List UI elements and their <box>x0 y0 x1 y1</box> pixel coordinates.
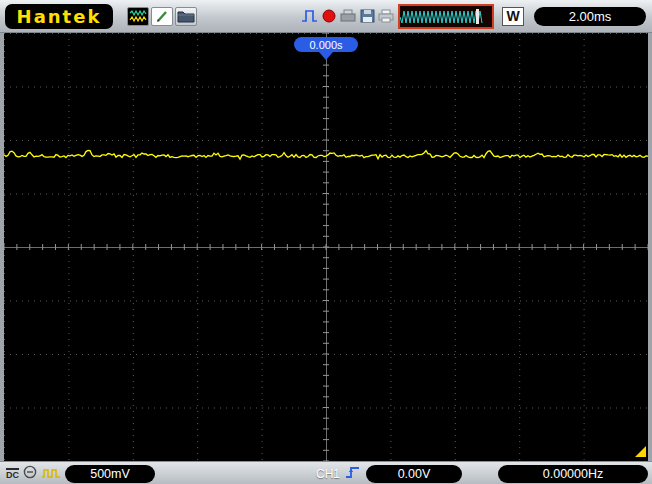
trigger-level-value: 0.00V <box>398 467 431 481</box>
edit-pencil-icon[interactable] <box>151 7 173 26</box>
trigger-position-label[interactable]: 0.000s <box>294 37 358 52</box>
dc-coupling-icon[interactable]: DC <box>6 468 19 480</box>
waveform-preview[interactable] <box>398 4 494 29</box>
rising-edge-icon[interactable] <box>345 465 361 484</box>
trigger-status-group: CH1 0.00V <box>316 465 462 484</box>
save-icon[interactable] <box>358 6 376 26</box>
window-button[interactable]: W <box>502 7 524 26</box>
timebase-value: 2.00ms <box>569 9 612 24</box>
trigger-source-label[interactable]: CH1 <box>316 467 340 481</box>
volts-per-div-display[interactable]: 500mV <box>65 465 155 483</box>
copy-icon[interactable] <box>339 6 357 26</box>
channel-status-group: DC 500mV <box>6 465 155 483</box>
trace-marker-icon <box>635 446 646 457</box>
open-file-icon[interactable] <box>175 7 197 26</box>
trigger-position-marker-icon[interactable] <box>319 52 333 60</box>
trigger-position-value: 0.000s <box>309 39 342 51</box>
toolbar-group-left <box>127 7 199 26</box>
timebase-display[interactable]: 2.00ms <box>534 7 646 26</box>
bandwidth-limit-icon[interactable] <box>23 465 37 483</box>
trigger-level-display[interactable]: 0.00V <box>366 465 462 483</box>
graticule-and-trace <box>4 33 648 461</box>
preview-wave-icon <box>400 8 486 25</box>
toolbar: Hantek <box>0 0 652 33</box>
frequency-value: 0.00000Hz <box>543 467 603 481</box>
square-wave-icon[interactable] <box>41 465 61 483</box>
scope-display: 0.000s <box>4 33 648 461</box>
frequency-group: 0.00000Hz <box>498 465 648 483</box>
single-pulse-icon[interactable] <box>301 6 319 26</box>
record-icon[interactable] <box>320 6 338 26</box>
volts-per-div-value: 500mV <box>90 467 130 481</box>
frequency-display: 0.00000Hz <box>498 465 648 483</box>
print-icon[interactable] <box>377 6 395 26</box>
brand-logo: Hantek <box>5 4 113 29</box>
toolbar-group-right <box>301 6 396 26</box>
channels-icon[interactable] <box>127 7 149 26</box>
status-bar: DC 500mV CH1 <box>0 461 652 484</box>
oscilloscope-screen: Hantek <box>0 0 652 484</box>
brand-text: Hantek <box>17 6 102 27</box>
